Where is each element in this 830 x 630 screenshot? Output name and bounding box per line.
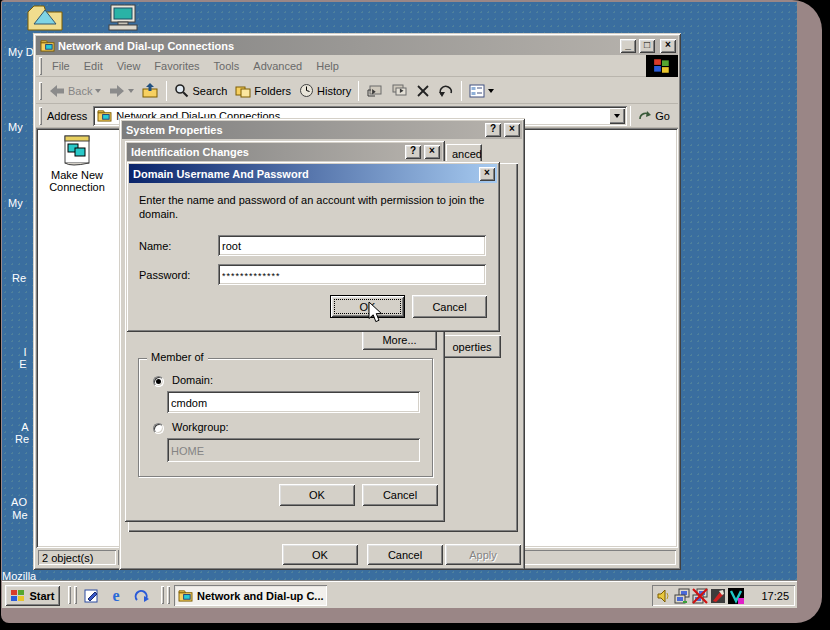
desktop-label[interactable]: A	[16, 421, 34, 433]
search-button[interactable]: Search	[170, 81, 231, 100]
desktop-label[interactable]: Re	[12, 272, 26, 284]
taskbar-grip[interactable]	[74, 586, 77, 604]
forward-dropdown-icon[interactable]	[128, 89, 134, 93]
desktop-label[interactable]: E	[14, 358, 32, 370]
taskbar-grip[interactable]	[161, 586, 164, 604]
dialog-title: Domain Username And Password	[133, 168, 476, 180]
taskbar-grip[interactable]	[167, 586, 170, 604]
name-input[interactable]	[218, 235, 486, 256]
forward-button[interactable]	[105, 82, 138, 100]
identification-changes-titlebar[interactable]: Identification Changes ? ×	[127, 143, 442, 161]
tab-label-fragment: anced	[452, 148, 482, 160]
move-to-button[interactable]	[362, 82, 387, 100]
up-button[interactable]	[138, 81, 163, 100]
menu-bar: File Edit View Favorites Tools Advanced …	[36, 55, 678, 77]
rebar-grip[interactable]	[39, 107, 42, 125]
help-button[interactable]: ?	[485, 123, 501, 137]
menu-tools[interactable]: Tools	[207, 57, 247, 75]
views-dropdown-icon[interactable]	[488, 89, 494, 93]
menu-advanced[interactable]: Advanced	[246, 57, 309, 75]
up-folder-icon	[142, 83, 159, 98]
address-dropdown-button[interactable]	[609, 108, 625, 124]
desktop-label[interactable]: Re	[10, 433, 34, 445]
dialog-title: System Properties	[126, 124, 482, 136]
domain-cancel-button[interactable]: Cancel	[412, 295, 487, 318]
window-titlebar[interactable]: Network and Dial-up Connections _ □ ×	[36, 36, 678, 55]
undo-button[interactable]	[434, 82, 458, 100]
taskbar-grip[interactable]	[68, 586, 71, 604]
desktop-label[interactable]: My	[8, 197, 23, 209]
desktop-label[interactable]: My D	[8, 46, 34, 58]
copy-to-button[interactable]	[387, 82, 412, 100]
search-icon	[174, 83, 189, 98]
network-computers-icon[interactable]	[674, 588, 690, 604]
back-button[interactable]: Back	[45, 82, 105, 100]
sysprops-ok-button[interactable]: OK	[282, 544, 358, 565]
back-label: Back	[68, 85, 92, 97]
system-properties-titlebar[interactable]: System Properties ? ×	[122, 121, 522, 139]
toolbar-separator	[358, 81, 359, 101]
vnc-icon[interactable]	[728, 588, 744, 604]
more-button[interactable]: More...	[362, 329, 437, 350]
properties-label-fragment: operties	[452, 341, 491, 353]
sysprops-cancel-button[interactable]: Cancel	[367, 544, 443, 565]
status-object-count: 2 object(s)	[38, 550, 116, 565]
menu-file[interactable]: File	[45, 57, 77, 75]
desktop-computer-icon[interactable]	[106, 4, 142, 32]
domain-input[interactable]	[167, 391, 420, 413]
minimize-button[interactable]: _	[620, 39, 636, 53]
menu-help[interactable]: Help	[309, 57, 346, 75]
groupbox-legend: Member of	[147, 351, 208, 363]
rebar-grip[interactable]	[39, 57, 42, 75]
sysprops-apply-button[interactable]: Apply	[445, 544, 521, 565]
start-button[interactable]: Start	[5, 585, 60, 606]
network-connections-icon	[40, 39, 55, 52]
properties-button[interactable]: operties	[443, 335, 501, 358]
delete-button[interactable]	[412, 82, 434, 100]
rebar-grip[interactable]	[39, 82, 42, 100]
close-button[interactable]: ×	[504, 123, 520, 137]
network-disconnected-icon[interactable]	[692, 588, 708, 604]
maximize-button[interactable]: □	[639, 39, 655, 53]
views-button[interactable]	[465, 82, 498, 100]
help-button[interactable]: ?	[405, 145, 421, 159]
quicklaunch-internet-explorer-icon[interactable]: e	[105, 586, 127, 606]
desktop-label[interactable]: Me	[7, 509, 33, 521]
folders-button[interactable]: Folders	[231, 82, 295, 100]
member-of-groupbox: Member of Domain: Workgroup:	[138, 358, 433, 477]
domain-radio[interactable]	[153, 376, 164, 387]
close-button[interactable]: ×	[479, 167, 495, 181]
menu-favorites[interactable]: Favorites	[147, 57, 206, 75]
workgroup-radio-label[interactable]: Workgroup:	[172, 421, 229, 433]
start-label: Start	[29, 590, 54, 602]
go-button[interactable]: Go	[634, 107, 674, 124]
desktop-label[interactable]: My	[8, 121, 23, 133]
menu-edit[interactable]: Edit	[77, 57, 110, 75]
password-input[interactable]	[218, 264, 486, 285]
close-button[interactable]: ×	[660, 39, 676, 53]
history-button[interactable]: History	[295, 81, 355, 100]
desktop-label[interactable]: AO	[6, 496, 32, 508]
desktop-label[interactable]: I	[16, 346, 34, 358]
menu-view[interactable]: View	[110, 57, 148, 75]
domain-radio-label[interactable]: Domain:	[172, 374, 213, 386]
system-tray: 17:25	[652, 585, 795, 606]
tools-icon[interactable]	[710, 588, 726, 604]
task-button-network-connections[interactable]: Network and Dial-up C...	[174, 585, 327, 606]
identchanges-ok-button[interactable]: OK	[279, 484, 355, 506]
go-label: Go	[655, 110, 670, 122]
make-new-connection-item[interactable]: Make New Connection	[44, 133, 110, 193]
workgroup-radio[interactable]	[153, 423, 164, 434]
toolbar-separator	[461, 81, 462, 101]
domain-password-titlebar[interactable]: Domain Username And Password ×	[129, 164, 497, 183]
go-arrow-icon	[638, 109, 652, 122]
volume-icon[interactable]	[656, 588, 672, 604]
back-dropdown-icon[interactable]	[95, 89, 101, 93]
identchanges-cancel-button[interactable]: Cancel	[362, 484, 438, 506]
quicklaunch-outlook-icon[interactable]	[130, 586, 152, 606]
close-button[interactable]: ×	[424, 145, 440, 159]
desktop-folder-icon[interactable]	[26, 2, 64, 32]
tray-clock[interactable]: 17:25	[761, 590, 789, 602]
quicklaunch-show-desktop-icon[interactable]	[80, 586, 102, 606]
dialog-title: Identification Changes	[131, 146, 402, 158]
